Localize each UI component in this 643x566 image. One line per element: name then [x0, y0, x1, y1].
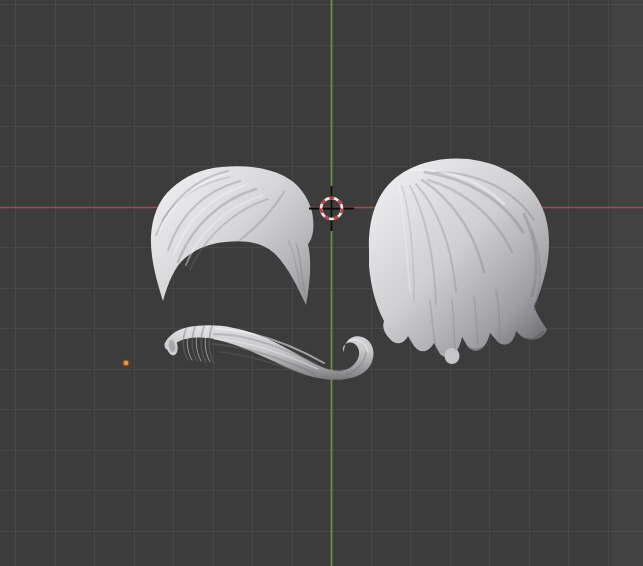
viewport-3d[interactable]	[0, 0, 643, 566]
object-origin-dot[interactable]	[123, 360, 129, 366]
round-hair-surface	[369, 159, 549, 358]
round-hair-knob-curl	[445, 348, 460, 364]
round-hair-mesh[interactable]	[369, 159, 549, 364]
grid-edge-shading	[611, 0, 643, 566]
